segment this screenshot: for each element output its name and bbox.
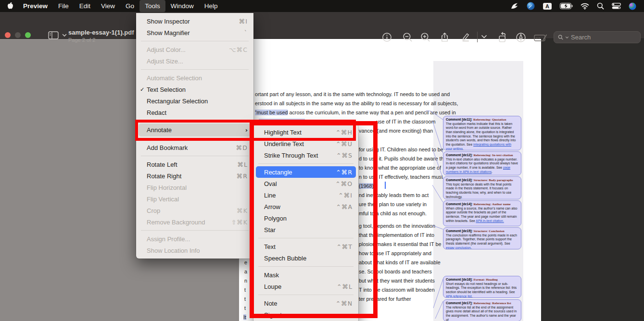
tools-menu-item-flip-horizontal: Flip Horizontal xyxy=(136,182,253,193)
tools-menu-item-show-magnifier[interactable]: Show Magnifier` xyxy=(136,27,253,38)
tools-menu-label: Flip Vertical xyxy=(147,196,238,203)
tools-menu-item-flip-vertical: Flip Vertical xyxy=(136,193,253,205)
sidebar-toggle-button[interactable] xyxy=(48,31,67,39)
chevron-down-icon[interactable] xyxy=(481,35,487,39)
checkmark-icon: ✓ xyxy=(140,86,147,93)
tools-menu-label: Automatic Selection xyxy=(147,74,238,82)
desktop-background xyxy=(541,39,644,321)
shortcut-label: ` xyxy=(244,29,248,37)
menubar-item-view[interactable]: View xyxy=(96,0,120,12)
tools-menu-item-rotate-right[interactable]: Rotate Right⌘R xyxy=(136,170,253,182)
zoom-in-icon[interactable] xyxy=(420,32,431,43)
menubar-item-edit[interactable]: Edit xyxy=(74,0,96,12)
autofill-icon xyxy=(534,34,547,42)
search-placeholder: Search xyxy=(571,34,591,41)
zoom-button[interactable] xyxy=(25,32,31,38)
tools-menu-item-assign-profile: Assign Profile... xyxy=(136,233,253,245)
chevron-down-icon xyxy=(565,36,569,39)
tools-menu-label: Redact xyxy=(147,109,238,116)
menubar-item-tools[interactable]: Tools xyxy=(139,0,165,12)
page-indicator: Page 2 of 2 xyxy=(68,37,95,43)
tools-menu-label: Show Magnifier xyxy=(147,29,235,37)
tools-menu-item-redact[interactable]: Redact xyxy=(136,107,253,118)
tools-menu-item-automatic-selection: Automatic Selection xyxy=(136,72,253,84)
chevron-down-icon xyxy=(62,34,67,37)
tools-menu-label: Text Selection xyxy=(147,86,238,93)
tools-menu-label: Show Inspector xyxy=(147,18,229,25)
sidebar-icon xyxy=(48,31,59,39)
menu-bar: PreviewFileEditViewGoToolsWindowHelp A xyxy=(0,0,644,12)
menubar-item-window[interactable]: Window xyxy=(165,0,199,12)
tools-menu-item-add-bookmark[interactable]: Add Bookmark⌘D xyxy=(136,142,253,153)
close-button[interactable] xyxy=(5,32,11,38)
toolbar-divider xyxy=(477,32,478,42)
tools-menu-label: Assign Profile... xyxy=(147,235,238,243)
tools-menu-label: Rotate Right xyxy=(147,173,227,180)
svg-text:A: A xyxy=(545,3,549,9)
tools-menu-label: Show Location Info xyxy=(147,247,238,254)
tools-menu-label: Add Bookmark xyxy=(147,144,227,151)
tools-menu-label: Adjust Size... xyxy=(147,58,238,65)
input-source-icon[interactable]: A xyxy=(543,2,552,10)
menubar-item-help[interactable]: Help xyxy=(199,0,223,12)
minimize-button[interactable] xyxy=(15,32,21,38)
wifi-icon[interactable] xyxy=(581,3,589,10)
zoom-out-icon[interactable] xyxy=(402,32,413,43)
search-input[interactable]: Search xyxy=(554,31,641,43)
shortcut-label: ⌘D xyxy=(236,144,248,151)
tools-menu-separator xyxy=(141,41,249,41)
tools-menu-item-rotate-left[interactable]: Rotate Left⌘L xyxy=(136,159,253,170)
shortcut-label: ⌘L xyxy=(238,161,248,168)
shortcut-label: ⌘I xyxy=(239,18,248,25)
highlight-icon[interactable] xyxy=(460,32,471,43)
siri-icon[interactable] xyxy=(629,2,636,10)
menubar-item-preview[interactable]: Preview xyxy=(18,0,53,12)
tools-menu-label: Flip Horizontal xyxy=(147,184,238,191)
tools-menu-item-crop: Crop⌘K xyxy=(136,205,253,216)
menubar-item-go[interactable]: Go xyxy=(120,0,139,12)
control-center-icon[interactable] xyxy=(612,3,621,9)
shortcut-label: ⌥⌘C xyxy=(229,46,248,53)
window-title: sample-essay-1(1).pdf xyxy=(68,29,134,36)
red-annotation-rectangle-submenu xyxy=(250,121,378,318)
menu-bar-status: A xyxy=(510,2,644,10)
cursor-app-icon[interactable] xyxy=(510,2,519,10)
apple-icon[interactable] xyxy=(7,2,14,10)
window-title-bar: sample-essay-1(1).pdf Page 2 of 2 Search xyxy=(0,12,644,39)
tools-menu-label: Rectangular Selection xyxy=(147,98,238,105)
menubar-item-file[interactable]: File xyxy=(53,0,74,12)
tools-menu-separator xyxy=(141,69,249,70)
menu-bar-items: PreviewFileEditViewGoToolsWindowHelp xyxy=(18,0,223,12)
share-icon[interactable] xyxy=(439,32,450,43)
browser-icon[interactable] xyxy=(527,2,535,10)
tools-menu-item-adjust-color: Adjust Color...⌥⌘C xyxy=(136,44,253,55)
tools-menu-label: Crop xyxy=(147,207,227,214)
battery-charging-icon[interactable] xyxy=(560,3,573,9)
shortcut-label: ⌘K xyxy=(237,207,248,214)
info-icon[interactable] xyxy=(381,32,392,43)
tools-menu-separator xyxy=(141,230,249,231)
rotate-icon[interactable] xyxy=(497,32,508,43)
tools-menu-label: Remove Background xyxy=(147,219,222,226)
spotlight-icon[interactable] xyxy=(597,2,604,10)
tools-menu-item-rectangular-selection[interactable]: Rectangular Selection xyxy=(136,95,253,107)
tools-menu-item-remove-background: Remove Background⇧⌘K xyxy=(136,216,253,228)
shortcut-label: ⌘R xyxy=(237,173,248,180)
tools-menu-label: Rotate Left xyxy=(147,161,228,168)
tools-menu-item-adjust-size: Adjust Size... xyxy=(136,55,253,67)
search-icon xyxy=(558,35,563,40)
tools-menu-item-show-inspector[interactable]: Show Inspector⌘I xyxy=(136,15,253,27)
markup-icon[interactable] xyxy=(515,32,527,43)
tools-menu-separator xyxy=(141,156,249,156)
tools-menu-item-show-location-info: Show Location Info xyxy=(136,245,253,256)
tools-menu-item-text-selection[interactable]: ✓Text Selection xyxy=(136,84,253,95)
tools-menu-label: Adjust Color... xyxy=(147,46,219,53)
shortcut-label: ⇧⌘K xyxy=(231,219,248,226)
